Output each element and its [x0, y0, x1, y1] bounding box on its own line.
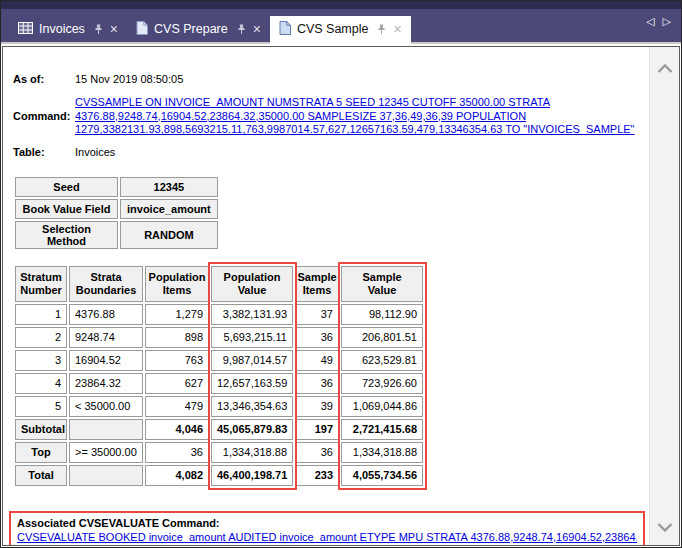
cell-population-value: 12,657,163.59	[211, 373, 293, 394]
header-sample-items: SampleItems	[295, 266, 339, 302]
associated-command-box: Associated CVSEVALUATE Command: CVSEVALU…	[9, 511, 645, 546]
table-value: Invoices	[75, 146, 115, 158]
cell-sample-items: 36	[295, 442, 339, 463]
cell-boundaries: 16904.52	[69, 350, 143, 371]
table-grid-icon	[18, 22, 33, 37]
param-row-selection-method: Selection Method RANDOM	[15, 221, 218, 249]
cell-population-items: 479	[145, 396, 209, 417]
command-line-3[interactable]: 1279,3382131.93,898,5693215.11,763,99870…	[75, 123, 635, 137]
tab-label: Invoices	[39, 22, 85, 36]
cell-sample-items: 233	[295, 465, 339, 486]
table-label: Table:	[13, 146, 75, 158]
strata-results-table: StratumNumber StrataBoundaries Populatio…	[13, 264, 425, 488]
cell-sample-items: 36	[295, 373, 339, 394]
cell-stratum: Subtotal	[15, 419, 67, 440]
sampling-parameters-table: Seed 12345 Book Value Field invoice_amou…	[13, 175, 220, 251]
param-label: Book Value Field	[15, 199, 118, 219]
scroll-up-icon[interactable]	[656, 63, 674, 74]
command-link: CVSSAMPLE ON INVOICE_AMOUNT NUMSTRATA 5 …	[75, 96, 635, 137]
cell-population-value: 3,382,131.93	[211, 304, 293, 325]
cell-sample-value: 723,926.60	[341, 373, 423, 394]
document-icon	[279, 21, 291, 38]
cvsevaluate-command-link[interactable]: CVSEVALUATE BOOKED invoice_amount AUDITE…	[17, 531, 637, 543]
cell-sample-value: 1,069,044.86	[341, 396, 423, 417]
param-row-book-value-field: Book Value Field invoice_amount	[15, 199, 218, 219]
scroll-down-icon[interactable]	[656, 522, 674, 533]
cell-sample-value: 2,721,415.68	[341, 419, 423, 440]
cell-sample-value: 206,801.51	[341, 327, 423, 348]
cell-stratum: 1	[15, 304, 67, 325]
cell-population-value: 9,987,014.57	[211, 350, 293, 371]
tab-invoices[interactable]: Invoices ×	[9, 16, 127, 42]
total-row: Total 4,082 46,400,198.71 233 4,055,734.…	[15, 465, 423, 486]
report-content: As of: 15 Nov 2019 08:50:05 Command: CVS…	[3, 47, 648, 545]
cell-sample-value: 1,334,318.88	[341, 442, 423, 463]
cell-sample-items: 37	[295, 304, 339, 325]
cell-sample-value: 623,529.81	[341, 350, 423, 371]
table-row: 1 4376.88 1,279 3,382,131.93 37 98,112.9…	[15, 304, 423, 325]
command-row: Command: CVSSAMPLE ON INVOICE_AMOUNT NUM…	[13, 96, 648, 137]
cell-population-items: 36	[145, 442, 209, 463]
cell-stratum: Total	[15, 465, 67, 486]
param-label: Seed	[15, 177, 118, 197]
table-row: 5 < 35000.00 479 13,346,354.63 39 1,069,…	[15, 396, 423, 417]
header-population-value: PopulationValue	[211, 266, 293, 302]
pin-icon[interactable]	[376, 23, 387, 35]
cell-population-items: 627	[145, 373, 209, 394]
header-sample-value: SampleValue	[341, 266, 423, 302]
as-of-value: 15 Nov 2019 08:50:05	[75, 73, 183, 85]
cell-sample-value: 4,055,734.56	[341, 465, 423, 486]
cell-boundaries	[69, 465, 143, 486]
table-row: 3 16904.52 763 9,987,014.57 49 623,529.8…	[15, 350, 423, 371]
cell-boundaries	[69, 419, 143, 440]
cvs-sample-report-panel: As of: 15 Nov 2019 08:50:05 Command: CVS…	[2, 46, 680, 546]
close-icon[interactable]: ×	[393, 23, 401, 35]
cell-population-items: 1,279	[145, 304, 209, 325]
document-tabbar: Invoices × CVS Prepare	[1, 9, 681, 42]
cell-population-items: 763	[145, 350, 209, 371]
close-icon[interactable]: ×	[253, 23, 261, 35]
cell-sample-items: 39	[295, 396, 339, 417]
param-value: RANDOM	[120, 221, 218, 249]
cell-boundaries: >= 35000.00	[69, 442, 143, 463]
tab-cvs-sample[interactable]: CVS Sample ×	[270, 16, 411, 42]
cell-population-items: 4,046	[145, 419, 209, 440]
tab-label: CVS Prepare	[154, 22, 228, 36]
tab-cvs-prepare[interactable]: CVS Prepare ×	[127, 16, 270, 42]
command-line-2[interactable]: 4376.88,9248.74,16904.52,23864.32,35000.…	[75, 110, 635, 124]
command-line-1[interactable]: CVSSAMPLE ON INVOICE_AMOUNT NUMSTRATA 5 …	[75, 96, 635, 110]
tab-label: CVS Sample	[297, 22, 369, 36]
header-strata-boundaries: StrataBoundaries	[69, 266, 143, 302]
vertical-scrollbar[interactable]	[649, 47, 679, 545]
pin-icon[interactable]	[93, 23, 104, 35]
table-row: Table: Invoices	[13, 146, 648, 158]
tab-scroll-left-icon[interactable]: ◁	[646, 15, 654, 28]
table-row: 2 9248.74 898 5,693,215.11 36 206,801.51	[15, 327, 423, 348]
param-value: invoice_amount	[120, 199, 218, 219]
cell-population-value: 5,693,215.11	[211, 327, 293, 348]
param-label: Selection Method	[15, 221, 118, 249]
header-stratum-number: StratumNumber	[15, 266, 67, 302]
close-icon[interactable]: ×	[110, 23, 118, 35]
param-row-seed: Seed 12345	[15, 177, 218, 197]
cell-stratum: 4	[15, 373, 67, 394]
application-window: Invoices × CVS Prepare	[0, 0, 682, 548]
document-icon	[136, 21, 148, 38]
tab-scroll-right-icon[interactable]: ▷	[663, 15, 671, 28]
cell-sample-items: 49	[295, 350, 339, 371]
subtotal-row: Subtotal 4,046 45,065,879.83 197 2,721,4…	[15, 419, 423, 440]
as-of-row: As of: 15 Nov 2019 08:50:05	[13, 73, 648, 85]
cell-population-value: 45,065,879.83	[211, 419, 293, 440]
strata-table-wrap: StratumNumber StrataBoundaries Populatio…	[13, 264, 425, 488]
cell-boundaries: 9248.74	[69, 327, 143, 348]
associated-command-title: Associated CVSEVALUATE Command:	[17, 517, 637, 529]
cell-sample-items: 197	[295, 419, 339, 440]
cell-stratum: Top	[15, 442, 67, 463]
top-stratum-row: Top >= 35000.00 36 1,334,318.88 36 1,334…	[15, 442, 423, 463]
pin-icon[interactable]	[236, 23, 247, 35]
cell-stratum: 5	[15, 396, 67, 417]
cell-population-value: 13,346,354.63	[211, 396, 293, 417]
cell-stratum: 3	[15, 350, 67, 371]
command-label: Command:	[13, 110, 75, 122]
header-population-items: PopulationItems	[145, 266, 209, 302]
